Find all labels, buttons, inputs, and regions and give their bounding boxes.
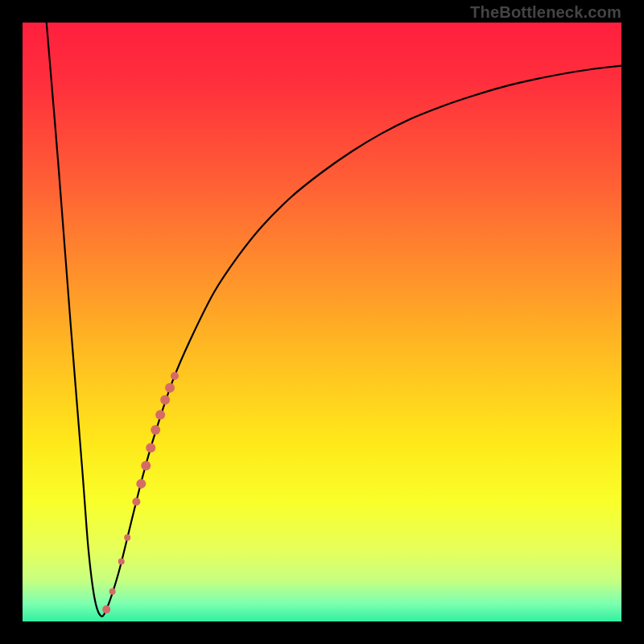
data-marker bbox=[160, 395, 170, 405]
data-marker bbox=[171, 372, 179, 380]
data-marker bbox=[118, 559, 125, 565]
data-marker bbox=[146, 443, 155, 452]
data-marker bbox=[136, 479, 146, 489]
data-marker bbox=[102, 605, 110, 613]
watermark-text: TheBottleneck.com bbox=[470, 3, 621, 22]
data-marker bbox=[155, 410, 165, 419]
data-marker bbox=[151, 425, 160, 435]
plot-area bbox=[23, 23, 621, 621]
chart-svg bbox=[23, 23, 621, 621]
data-marker bbox=[124, 535, 130, 541]
data-marker bbox=[132, 497, 140, 506]
chart-frame: TheBottleneck.com bbox=[0, 0, 644, 644]
data-marker bbox=[109, 588, 116, 595]
data-marker bbox=[141, 461, 151, 471]
gradient-background bbox=[23, 23, 621, 621]
data-marker bbox=[165, 383, 175, 393]
